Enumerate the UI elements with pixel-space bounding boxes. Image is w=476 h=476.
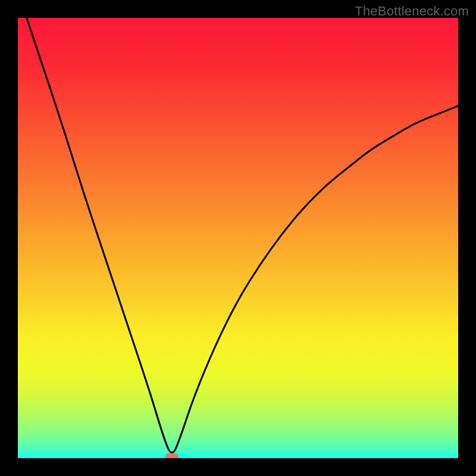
- minimum-marker: [165, 453, 178, 458]
- watermark-text: TheBottleneck.com: [355, 4, 469, 19]
- chart-frame: [18, 18, 458, 458]
- bottleneck-curve: [18, 18, 458, 458]
